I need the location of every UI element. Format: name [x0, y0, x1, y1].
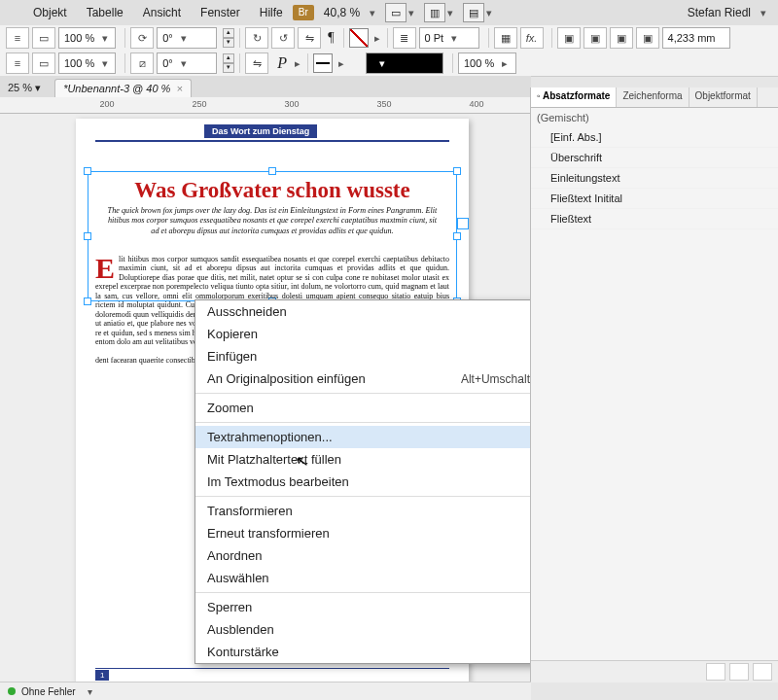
menu-item-window[interactable]: Fenster — [191, 3, 250, 22]
ruler-tick: 400 — [469, 99, 483, 109]
dropdown-icon[interactable]: ▸ — [498, 57, 512, 70]
context-menu-item[interactable]: SperrenStrg+L — [195, 596, 584, 618]
new-style-icon[interactable] — [729, 663, 749, 681]
zoom-dropdown-icon[interactable]: ▾ — [368, 7, 377, 19]
control-bar-top: ≡ ▭ 100 %▾ ⟳ 0°▾ ▴▾ ↻ ↺ ⇋ ¶ ▸ ≣ 0 Pt▾ ▦ … — [0, 25, 778, 52]
tab-character-styles[interactable]: Zeichenforma — [617, 88, 689, 107]
resize-handle[interactable] — [453, 167, 461, 175]
context-menu-item[interactable]: Konturstärke▸ — [195, 641, 584, 663]
context-menu-item[interactable]: Erneut transformieren▸ — [195, 522, 584, 544]
angle-select[interactable]: 0°▾ — [157, 27, 217, 49]
viewoptions-button[interactable]: ▤ — [463, 3, 484, 22]
separator — [452, 53, 453, 73]
document-tab[interactable]: *Unbenannt-3 @ 40 % × — [54, 79, 192, 97]
dropdown-icon[interactable]: ▾ — [177, 57, 191, 70]
context-menu-item[interactable]: Transformieren▸ — [195, 500, 584, 522]
menu-item-object[interactable]: Objekt — [23, 3, 77, 22]
shear-spinner[interactable]: ▴▾ — [223, 53, 234, 73]
dropdown-icon[interactable]: ▸ — [336, 57, 346, 70]
style-item[interactable]: Überschrift — [531, 148, 778, 168]
wrap-button[interactable]: ▭ — [32, 27, 55, 49]
shear-icon[interactable]: ⧄ — [130, 52, 154, 74]
style-item[interactable]: [Einf. Abs.] — [531, 127, 778, 148]
tab-label: Absatzformate — [543, 90, 610, 101]
textwrap-bound-icon[interactable]: ▣ — [584, 27, 607, 49]
context-menu-item[interactable]: An Originalposition einfügenAlt+Umschalt… — [195, 368, 584, 390]
menu-item-view[interactable]: Ansicht — [133, 3, 191, 22]
shear-value: 0° — [162, 57, 173, 69]
context-menu-item[interactable]: Zoomen▸ — [195, 397, 584, 419]
stroke-swatch[interactable] — [313, 53, 333, 73]
dropdown-icon[interactable]: ▾ — [484, 7, 494, 19]
dropdown-icon[interactable]: ▾ — [98, 32, 112, 45]
dropdown-icon[interactable]: ▾ — [177, 32, 191, 45]
dropdown-icon[interactable]: ▾ — [35, 82, 41, 93]
dropdown-icon[interactable]: ▾ — [407, 7, 416, 19]
zoom-level[interactable]: 40,8 % — [324, 6, 360, 19]
resize-handle[interactable] — [84, 232, 91, 240]
separator — [124, 28, 125, 48]
effects-button[interactable]: ▦ — [494, 27, 517, 49]
menu-item-help[interactable]: Hilfe — [250, 3, 293, 22]
dropdown-icon[interactable]: ▾ — [447, 32, 461, 45]
opacity-select[interactable]: 100 %▾ — [58, 27, 116, 49]
align-button-2[interactable]: ≡ — [6, 52, 29, 74]
textwrap-shape-icon[interactable]: ▣ — [610, 27, 633, 49]
delete-icon[interactable] — [753, 663, 772, 681]
resize-handle[interactable] — [268, 167, 276, 175]
rotate-ccw-icon[interactable]: ↺ — [271, 27, 295, 49]
flip-button[interactable]: ⇋ — [298, 27, 321, 49]
context-menu-item[interactable]: Anordnen▸ — [195, 544, 584, 567]
dropdown-icon[interactable]: ▾ — [98, 57, 112, 70]
context-menu-item[interactable]: AusblendenStrg+3 — [195, 618, 584, 641]
context-menu-item[interactable]: EinfügenStrg+V — [195, 345, 584, 368]
tint-value: 100 % — [464, 57, 494, 69]
workspace-zoom-tab[interactable]: 25 % ▾ — [0, 79, 49, 97]
context-menu-item[interactable]: Auswählen▸ — [195, 567, 584, 589]
style-item[interactable]: Einleitungstext — [531, 168, 778, 189]
tint-select[interactable]: 100 %▸ — [458, 52, 516, 74]
resize-handle[interactable] — [84, 167, 91, 175]
fill-none-swatch[interactable] — [349, 28, 369, 48]
textwrap-jump-icon[interactable]: ▣ — [636, 27, 659, 49]
dropdown-icon[interactable]: ▸ — [293, 57, 302, 70]
align-button[interactable]: ≡ — [6, 27, 29, 49]
tab-object-styles[interactable]: Objektformat — [690, 88, 758, 107]
flip-h-icon[interactable]: ⇋ — [245, 52, 268, 74]
angle-spinner[interactable]: ▴▾ — [223, 28, 234, 48]
dropdown-icon[interactable]: ▾ — [375, 57, 389, 70]
dropdown-icon[interactable]: ▾ — [445, 7, 455, 19]
menu-item-edit[interactable] — [4, 10, 23, 16]
context-menu-item[interactable]: AusschneidenStrg+X — [195, 300, 584, 323]
resize-handle[interactable] — [84, 298, 91, 305]
text-out-port[interactable] — [457, 218, 469, 229]
user-dropdown-icon[interactable]: ▾ — [759, 7, 768, 19]
bridge-icon[interactable]: Br — [293, 5, 314, 20]
arrange-button[interactable]: ▥ — [424, 3, 445, 22]
measure-field[interactable]: 4,233 mm — [662, 27, 730, 49]
opacity-select-2[interactable]: 100 %▾ — [58, 52, 116, 74]
shear-select[interactable]: 0°▾ — [157, 52, 217, 74]
new-folder-icon[interactable] — [706, 663, 725, 681]
context-menu-item[interactable]: KopierenStrg+C — [195, 323, 584, 345]
fx-button[interactable]: fx. — [520, 27, 544, 49]
rotate-icon[interactable]: ⟳ — [130, 27, 154, 49]
stroke-weight-icon[interactable]: ≣ — [393, 27, 416, 49]
preflight-dropdown-icon[interactable]: ▾ — [88, 686, 92, 697]
screenmode-button[interactable]: ▭ — [385, 3, 407, 22]
resize-handle[interactable] — [453, 232, 461, 240]
stroke-style-select[interactable]: ▾ — [366, 52, 443, 74]
style-item[interactable]: Fließtext — [531, 209, 778, 229]
menu-item-table[interactable]: Tabelle — [77, 3, 133, 22]
textwrap-off-icon[interactable]: ▣ — [557, 27, 581, 49]
tab-paragraph-styles[interactable]: ◦ Absatzformate — [531, 88, 617, 107]
stroke-weight-select[interactable]: 0 Pt▾ — [419, 27, 479, 49]
context-menu-item[interactable]: Im Textmodus bearbeitenStrg+Y — [195, 471, 584, 493]
dropdown-icon[interactable]: ▸ — [372, 32, 382, 45]
wrap-button-2[interactable]: ▭ — [32, 52, 55, 74]
style-item[interactable]: Fließtext Initital — [531, 189, 778, 209]
context-menu-item[interactable]: Mit Platzhaltertext füllen — [195, 448, 584, 471]
rotate-cw-icon[interactable]: ↻ — [245, 27, 268, 49]
context-menu-item[interactable]: Textrahmenoptionen...Strg+B — [195, 426, 584, 448]
close-icon[interactable]: × — [176, 83, 182, 94]
